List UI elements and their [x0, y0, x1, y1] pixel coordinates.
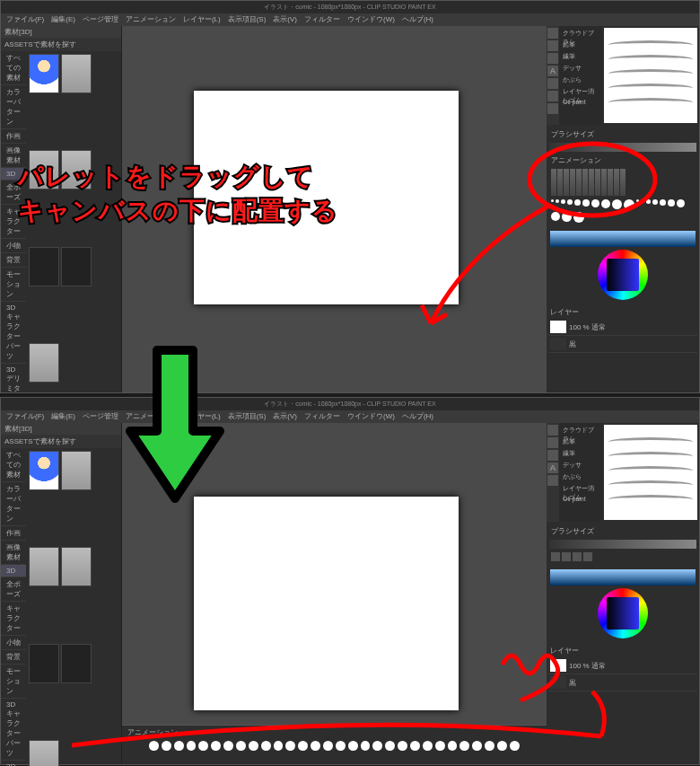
frame-dot[interactable]	[149, 741, 159, 751]
tree-motion[interactable]: モーション	[1, 268, 26, 302]
menu-bar[interactable]: ファイル(F) 編集(E) ページ管理 アニメーション レイヤー(L) 表示項目…	[1, 13, 699, 26]
tool-icon-3[interactable]	[547, 450, 558, 461]
tree-motion[interactable]: モーション	[1, 665, 26, 699]
layer-row-2[interactable]: 黒	[548, 674, 697, 691]
menu-select[interactable]: 表示項目(S)	[228, 13, 267, 26]
frame-dot[interactable]	[223, 741, 233, 751]
color-bar[interactable]	[550, 569, 696, 586]
frame-dot[interactable]	[435, 741, 445, 751]
tool-icon-1[interactable]	[547, 28, 558, 39]
menu-file[interactable]: ファイル(F)	[6, 410, 44, 423]
brush-pencil[interactable]: 鉛筆	[561, 40, 600, 51]
brush-dessin[interactable]: デッサ	[561, 63, 600, 75]
frame-dot[interactable]	[174, 741, 184, 751]
frame-dot[interactable]	[348, 741, 358, 751]
nav-manga[interactable]: 作画	[1, 129, 26, 144]
layer-row-1[interactable]: 100 % 通常	[548, 657, 697, 674]
brush-fude[interactable]: 繊筆	[561, 51, 600, 63]
size-btn[interactable]	[551, 552, 560, 561]
frame-dot[interactable]	[211, 741, 221, 751]
nav-manga[interactable]: 作画	[1, 526, 26, 541]
brush-eraser[interactable]: レイヤー消しゴム	[561, 483, 600, 495]
color-wheel[interactable]	[598, 588, 648, 638]
menu-file[interactable]: ファイル(F)	[6, 13, 44, 26]
tool-icon-5[interactable]	[547, 78, 558, 89]
tree-komono[interactable]: 小物	[1, 239, 26, 253]
size-bar[interactable]	[549, 143, 696, 152]
thumb-head-2[interactable]	[61, 644, 92, 683]
frame-dot[interactable]	[285, 741, 295, 751]
thumb-body-2[interactable]	[29, 547, 59, 586]
tool-icon-2[interactable]	[547, 437, 558, 448]
nav-3d[interactable]: 3D	[1, 565, 26, 577]
thumb-avatar[interactable]	[29, 451, 59, 490]
tool-icon-2[interactable]	[547, 40, 558, 51]
brush-kabura[interactable]: かぶら	[561, 471, 600, 483]
frame-dot[interactable]	[423, 741, 433, 751]
nav-color-pattern[interactable]: カラーパターン	[1, 85, 26, 129]
frame-dot[interactable]	[448, 741, 458, 751]
tool-icon-text[interactable]: A	[547, 66, 558, 76]
tree-3d-parts[interactable]: 3Dキャラクターパーツ	[1, 302, 26, 364]
menu-view[interactable]: 表示(V)	[273, 410, 297, 423]
menu-edit[interactable]: 編集(E)	[51, 13, 75, 26]
layer-row-2[interactable]: 黒	[548, 336, 697, 353]
brush-oil[interactable]: Oil paint	[561, 495, 600, 506]
thumb-body-3[interactable]	[61, 547, 92, 586]
assets-search-link[interactable]: ASSETSで素材を探す	[1, 38, 121, 51]
color-wheel[interactable]	[598, 250, 648, 300]
nav-all[interactable]: すべての素材	[1, 448, 26, 482]
frame-dot[interactable]	[274, 741, 284, 751]
frame-strip[interactable]	[122, 739, 547, 753]
menu-edit[interactable]: 編集(E)	[51, 410, 75, 423]
thumb-body-4[interactable]	[29, 343, 59, 383]
assets-search-link[interactable]: ASSETSで素材を探す	[1, 435, 121, 448]
brush-dessin[interactable]: デッサ	[561, 460, 600, 471]
frame-dot[interactable]	[472, 741, 482, 751]
frame-dot[interactable]	[372, 741, 382, 751]
tree-3d-primitive[interactable]: 3Dデリミター	[1, 761, 26, 766]
tool-icon-5[interactable]	[547, 475, 558, 486]
brush-fude[interactable]: 繊筆	[561, 448, 600, 460]
frame-dot[interactable]	[298, 741, 308, 751]
frame-dot[interactable]	[162, 741, 171, 751]
menu-help[interactable]: ヘルプ(H)	[402, 410, 433, 423]
frame-dot[interactable]	[459, 741, 469, 751]
brush-pencil[interactable]: 鉛筆	[561, 436, 600, 448]
nav-all[interactable]: すべての素材	[1, 51, 26, 85]
tool-icon-text[interactable]: A	[547, 462, 558, 473]
thumb-head-2[interactable]	[61, 247, 92, 286]
frame-dot[interactable]	[311, 741, 320, 751]
size-btn[interactable]	[562, 552, 571, 561]
size-bar[interactable]	[549, 540, 696, 549]
size-btn[interactable]	[573, 552, 582, 561]
thumb-avatar[interactable]	[29, 54, 59, 93]
tree-bg[interactable]: 背景	[1, 253, 26, 268]
menu-filter[interactable]: フィルター	[304, 13, 340, 26]
menu-select[interactable]: 表示項目(S)	[228, 410, 267, 423]
brush-oil[interactable]: Oil paint	[561, 98, 600, 110]
menu-animation[interactable]: アニメーション	[126, 13, 176, 26]
thumb-head-1[interactable]	[29, 247, 59, 286]
tree-komono[interactable]: 小物	[1, 636, 26, 650]
brush-eraser[interactable]: レイヤー消しゴム	[561, 86, 600, 98]
frame-dot[interactable]	[385, 741, 395, 751]
tool-icon-3[interactable]	[547, 53, 558, 64]
brush-size-dots[interactable]	[549, 198, 696, 225]
color-bar[interactable]	[550, 231, 696, 247]
size-btn[interactable]	[583, 552, 592, 561]
tool-icon-6[interactable]	[547, 91, 558, 101]
thumb-body-1[interactable]	[61, 54, 92, 93]
tool-icon-1[interactable]	[547, 425, 558, 436]
nav-color-pattern[interactable]: カラーパターン	[1, 482, 26, 526]
thumb-body-4[interactable]	[29, 740, 59, 766]
brush-kabura[interactable]: かぶら	[561, 75, 600, 86]
menu-layer[interactable]: レイヤー(L)	[183, 13, 221, 26]
tree-bg[interactable]: 背景	[1, 650, 26, 665]
frame-dot[interactable]	[398, 741, 407, 751]
menu-window[interactable]: ウインドウ(W)	[347, 410, 395, 423]
menu-page[interactable]: ページ管理	[83, 410, 118, 423]
frame-dot[interactable]	[261, 741, 271, 751]
anim-sliders[interactable]	[549, 167, 696, 198]
frame-dot[interactable]	[236, 741, 246, 751]
